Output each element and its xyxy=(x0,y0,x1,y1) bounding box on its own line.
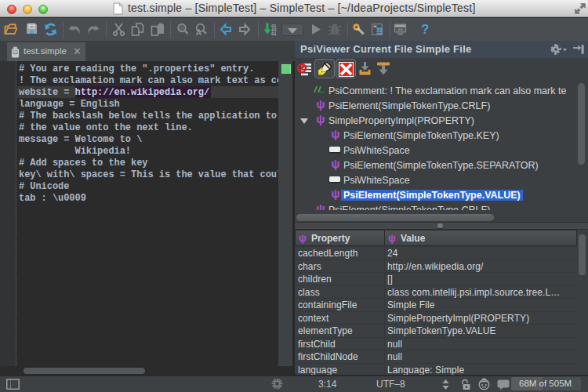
svg-text:01: 01 xyxy=(271,32,276,36)
svg-text:<>: <> xyxy=(398,27,404,33)
svg-text:A: A xyxy=(196,28,201,36)
